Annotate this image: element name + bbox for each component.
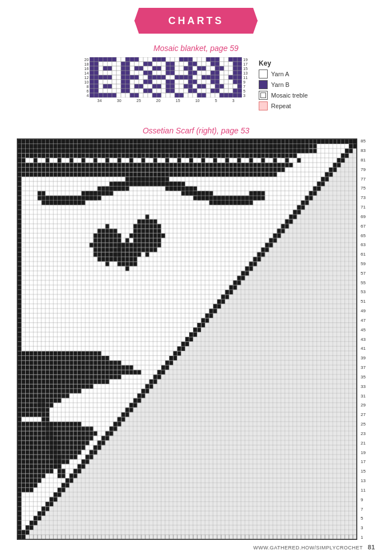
mosaic-row-numbers-left: 20 18 16 14 12 10 8 6 4 bbox=[84, 57, 90, 98]
key-label-yarn-a: Yarn A bbox=[271, 71, 289, 77]
key-box-mosaic-treble bbox=[259, 91, 268, 100]
mosaic-row-numbers-right: 19 17 15 13 11 9 7 5 3 bbox=[242, 57, 248, 98]
key-box-repeat bbox=[259, 101, 268, 110]
footer: WWW.GATHERED.HOW/SIMPLYCROCHET 81 bbox=[253, 544, 375, 551]
footer-url: WWW.GATHERED.HOW/SIMPLYCROCHET bbox=[253, 545, 363, 551]
mosaic-title: Mosaic blanket, page 59 bbox=[17, 44, 375, 53]
key-label-yarn-b: Yarn B bbox=[271, 81, 290, 88]
page-title: CHARTS bbox=[169, 15, 224, 27]
key-label-repeat: Repeat bbox=[271, 103, 291, 109]
ossetian-section: Ossetian Scarf (right), page 53 1 3 5 7 … bbox=[17, 126, 375, 541]
key-title: Key bbox=[259, 59, 307, 67]
header-banner: CHARTS bbox=[134, 8, 258, 34]
key-box-yarn-a bbox=[259, 70, 268, 78]
mosaic-chart-with-numbers: 20 18 16 14 12 10 8 6 4 19 17 15 13 bbox=[84, 57, 248, 98]
mosaic-col-numbers: 34 30 25 20 15 10 5 3 bbox=[90, 98, 242, 104]
key-label-mosaic-treble: Mosaic treble bbox=[271, 92, 307, 99]
ossetian-chart-wrapper: 1 3 5 7 9 11 13 15 17 19 21 23 25 27 29 … bbox=[17, 138, 375, 540]
ossetian-chart-canvas bbox=[17, 138, 357, 540]
mosaic-section: Mosaic blanket, page 59 20 18 16 14 12 1… bbox=[17, 44, 375, 112]
key-item-yarn-a: Yarn A bbox=[259, 70, 307, 78]
mosaic-chart-canvas bbox=[90, 57, 242, 98]
key-box-yarn-b bbox=[259, 80, 268, 89]
ossetian-title: Ossetian Scarf (right), page 53 bbox=[17, 126, 375, 135]
ossetian-row-numbers: 1 3 5 7 9 11 13 15 17 19 21 23 25 27 29 … bbox=[360, 138, 375, 540]
key-section: Key Yarn A Yarn B Mosaic treble Repeat bbox=[259, 57, 307, 112]
key-item-yarn-b: Yarn B bbox=[259, 80, 307, 89]
key-item-mosaic-treble: Mosaic treble bbox=[259, 91, 307, 100]
footer-page: 81 bbox=[368, 544, 375, 551]
key-item-repeat: Repeat bbox=[259, 101, 307, 110]
mosaic-content: 20 18 16 14 12 10 8 6 4 19 17 15 13 bbox=[17, 57, 375, 112]
mosaic-chart-area: 20 18 16 14 12 10 8 6 4 19 17 15 13 bbox=[84, 57, 248, 104]
